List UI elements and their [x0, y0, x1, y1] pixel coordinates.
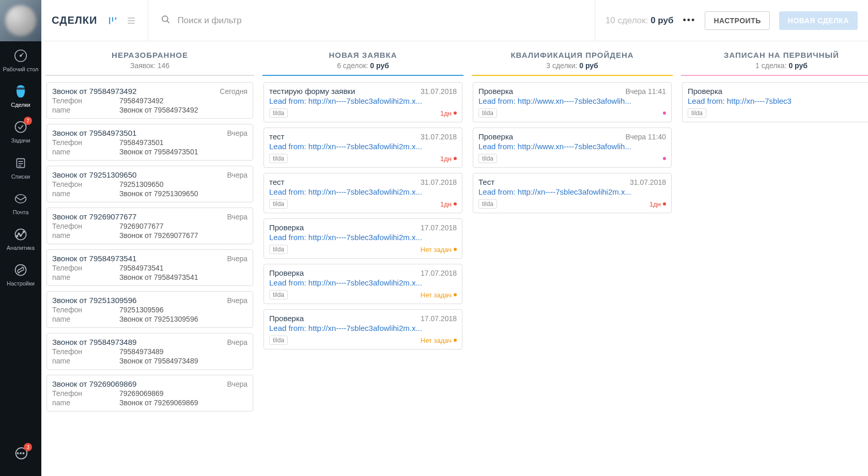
deal-card[interactable]: тестирую форму заявки31.07.2018Lead from… [264, 82, 462, 122]
lead-card[interactable]: Звонок от 79584973501ВчераТелефон7958497… [47, 124, 253, 161]
sidebar-item-6[interactable]: Настройки [0, 256, 41, 291]
settings-icon [12, 262, 29, 278]
svg-rect-3 [17, 88, 25, 90]
card-status: 1дн [440, 155, 457, 163]
column-title: НОВАЯ ЗАЯВКА [262, 51, 463, 59]
card-status: Нет задач [421, 246, 457, 253]
sidebar-item-3[interactable]: Списки [0, 149, 41, 184]
deal-card[interactable]: Проверка17.07.2018Lead from: http://xn--… [264, 264, 462, 304]
lead-date: Вчера [227, 296, 247, 305]
lead-title: Звонок от 79584973501 [52, 129, 136, 137]
deal-link: Lead from: http://xn----7sblec3afowlihi2… [269, 142, 457, 151]
settings-button[interactable]: НАСТРОИТЬ [705, 11, 769, 30]
lead-phone: 79269069869 [119, 389, 164, 398]
deal-title: Проверка [688, 87, 722, 96]
lead-name: Звонок от 79584973501 [119, 148, 198, 156]
svg-point-13 [20, 235, 22, 236]
deal-link: Lead from: http://xn----7sblec3afowlihi2… [478, 187, 666, 196]
lead-date: Вчера [227, 338, 247, 346]
sidebar-item-label: Рабочий стол [3, 66, 38, 73]
deal-card[interactable]: ПроверкаВчера 11:41Lead from: http://www… [473, 82, 672, 122]
sidebar-item-label: Аналитика [7, 245, 35, 251]
svg-point-18 [23, 453, 24, 454]
lead-card[interactable]: Звонок от 79251309650ВчераТелефон7925130… [47, 166, 253, 202]
lead-title: Звонок от 79584973492 [52, 87, 136, 96]
pipeline-column: ЗАПИСАН НА ПЕРВИЧНЫЙ1 сделка: 0 рубПрове… [677, 41, 868, 476]
card-status: Нет задач [421, 291, 457, 299]
svg-point-10 [16, 229, 26, 240]
lead-card[interactable]: Звонок от 79584973541ВчераТелефон7958497… [47, 249, 253, 286]
deal-tag: tilda [688, 108, 706, 118]
deal-card[interactable]: тест31.07.2018Lead from: http://xn----7s… [264, 173, 462, 213]
svg-point-15 [16, 265, 26, 276]
deal-title: Тест [478, 178, 494, 186]
deal-card[interactable]: ПроверкаLead from: http://xn----7sblec3t… [682, 82, 868, 122]
deal-card[interactable]: ПроверкаВчера 11:40Lead from: http://www… [473, 128, 672, 168]
deal-tag: tilda [478, 154, 497, 163]
kanban-board: НЕРАЗОБРАННОЕЗаявок: 146Звонок от 795849… [41, 41, 868, 476]
lead-phone: 79584973541 [119, 264, 164, 272]
lead-card[interactable]: Звонок от 79269069869ВчераТелефон7926906… [47, 375, 253, 411]
column-cards: тестирую форму заявки31.07.2018Lead from… [262, 76, 463, 476]
svg-point-12 [18, 233, 20, 234]
deal-title: тестирую форму заявки [269, 87, 355, 96]
svg-point-11 [17, 235, 18, 237]
deal-card[interactable]: Тест31.07.2018Lead from: http://xn----7s… [473, 173, 672, 213]
card-status: 1дн [649, 200, 666, 208]
list-view-icon[interactable] [125, 14, 137, 27]
lead-phone: 79584973489 [119, 347, 164, 356]
sidebar-item-4[interactable]: Почта [0, 184, 41, 220]
sidebar-item-label: Настройки [7, 280, 35, 287]
avatar[interactable] [0, 0, 41, 41]
header: СДЕЛКИ Поиск и фильтр 10 сде [41, 0, 868, 41]
lead-date: Вчера [227, 380, 247, 388]
kanban-view-icon[interactable] [106, 14, 119, 27]
column-title: КВАЛИФИКАЦИЯ ПРОЙДЕНА [472, 51, 673, 59]
sidebar-item-label: Задачи [11, 137, 30, 144]
new-deal-button[interactable]: НОВАЯ СДЕЛКА [779, 11, 858, 30]
more-menu-icon[interactable]: ••• [683, 15, 695, 26]
deal-date: 17.07.2018 [421, 224, 457, 232]
lead-card[interactable]: Звонок от 79584973489ВчераТелефон7958497… [47, 333, 253, 370]
deal-card[interactable]: Проверка17.07.2018Lead from: http://xn--… [264, 218, 462, 259]
deal-date: Вчера 11:41 [626, 87, 666, 96]
deal-date: 17.07.2018 [421, 269, 457, 277]
sidebar: Рабочий столСделкиЗадачи7СпискиПочтаАнал… [0, 0, 41, 476]
svg-point-14 [23, 231, 24, 233]
pipeline-column: КВАЛИФИКАЦИЯ ПРОЙДЕНА3 сделки: 0 рубПров… [468, 41, 677, 476]
deal-tag: tilda [269, 108, 288, 118]
deal-date: 31.07.2018 [421, 87, 457, 96]
search-input[interactable]: Поиск и фильтр [148, 0, 595, 41]
deal-card[interactable]: Проверка17.07.2018Lead from: http://xn--… [264, 309, 462, 350]
deal-date: 31.07.2018 [421, 178, 457, 186]
deal-tag: tilda [269, 336, 288, 345]
chat-button[interactable]: 3 [0, 439, 41, 466]
card-status: 1дн [440, 200, 457, 208]
lead-name: Звонок от 79269069869 [119, 399, 198, 407]
lead-card[interactable]: Звонок от 79584973492СегодняТелефон79584… [47, 82, 253, 119]
sidebar-item-0[interactable]: Рабочий стол [0, 41, 41, 77]
sidebar-item-1[interactable]: Сделки [0, 77, 41, 113]
column-title: НЕРАЗОБРАННОЕ [45, 51, 254, 59]
lead-card[interactable]: Звонок от 79269077677ВчераТелефон7926907… [47, 208, 253, 244]
deal-title: Проверка [478, 87, 513, 96]
lead-title: Звонок от 79584973541 [52, 254, 136, 263]
lead-phone: 79251309596 [119, 306, 164, 314]
deal-title: Проверка [269, 268, 304, 277]
deal-link: Lead from: http://xn----7sblec3afowlihi2… [269, 97, 457, 105]
deals-summary: 10 сделок: 0 руб [606, 15, 674, 26]
column-title: ЗАПИСАН НА ПЕРВИЧНЫЙ [681, 51, 868, 59]
deal-date: 31.07.2018 [421, 133, 457, 141]
svg-point-25 [162, 15, 168, 21]
lead-title: Звонок от 79251309650 [52, 170, 136, 179]
sidebar-item-2[interactable]: Задачи7 [0, 113, 41, 148]
sidebar-item-5[interactable]: Аналитика [0, 220, 41, 256]
lead-date: Сегодня [220, 87, 247, 96]
lead-date: Вчера [227, 255, 247, 263]
card-status: 1дн [440, 109, 457, 117]
lead-card[interactable]: Звонок от 79251309596ВчераТелефон7925130… [47, 291, 253, 328]
lead-name: Звонок от 79251309596 [119, 315, 198, 323]
deal-card[interactable]: тест31.07.2018Lead from: http://xn----7s… [264, 128, 462, 168]
lead-title: Звонок от 79584973489 [52, 338, 136, 346]
deal-link: Lead from: http://www.xn----7sblec3afowl… [478, 142, 666, 151]
